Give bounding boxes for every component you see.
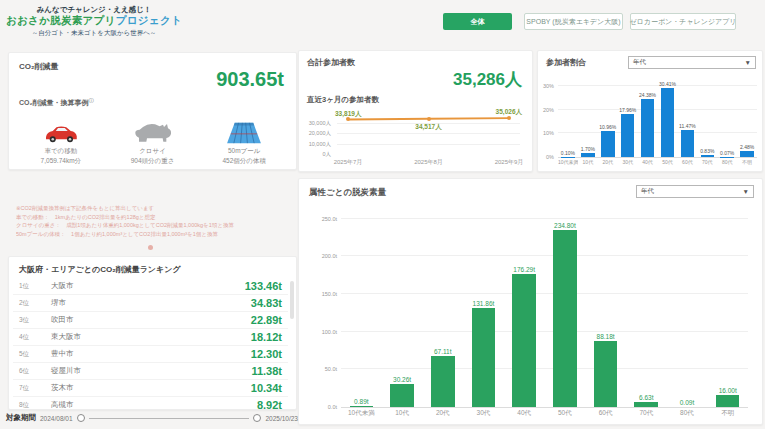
attribute-age-dropdown[interactable]: 年代 ▼ <box>636 185 754 198</box>
bar[interactable] <box>594 341 618 407</box>
bar[interactable] <box>716 395 740 407</box>
x-tick-label: 50代 <box>658 159 678 168</box>
period-slider-track[interactable] <box>89 418 250 419</box>
bar[interactable] <box>701 155 715 157</box>
bar[interactable] <box>601 131 615 157</box>
table-row[interactable]: 4位東大阪市18.12t <box>13 329 288 346</box>
bar-value-label: 0.89t <box>354 398 368 405</box>
ratio-title: 参加者割合 <box>546 57 586 68</box>
bar-slot-70代: 6.63t <box>626 211 667 407</box>
area-cell: 堺市 <box>51 298 251 308</box>
bar[interactable] <box>581 153 595 157</box>
filter-zerocarbon-button[interactable]: ゼロカーボン・チャレンジアプリ <box>630 13 736 30</box>
data-point[interactable] <box>427 117 431 121</box>
period-slider-start-handle[interactable] <box>77 414 85 422</box>
y-tick-label: 20,000人 <box>309 130 331 137</box>
rank-cell: 4位 <box>13 333 51 342</box>
participants-title: 合計参加者数 <box>307 57 355 68</box>
table-row[interactable]: 3位吹田市22.89t <box>13 312 288 329</box>
conversion-footnotes: ※CO2削減量換算例は下記条件をもとに算出しています 車での移動： 1kmあたり… <box>16 204 284 238</box>
period-slider-row: 対象期間 2024/08/01 2025/10/23 <box>6 411 298 425</box>
bar[interactable] <box>512 274 536 407</box>
participants-total-value: 35,286人 <box>453 68 522 91</box>
attribute-age-dropdown-value: 年代 <box>641 187 654 196</box>
value-cell: 12.30t <box>251 348 288 360</box>
value-cell: 34.83t <box>251 297 288 309</box>
attribute-title: 属性ごとの脱炭素量 <box>309 187 386 199</box>
bar[interactable] <box>553 230 577 407</box>
x-tick-label: 40代 <box>638 159 658 168</box>
ranking-table: 1位大阪市133.46t2位堺市34.83t3位吹田市22.89t4位東大阪市1… <box>13 278 288 406</box>
bar-slot-10代未満: 0.10% <box>558 81 578 157</box>
bar-slot-40代: 176.29t <box>504 211 545 407</box>
example-amount: 904頭分の重さ <box>131 156 175 165</box>
bar[interactable] <box>634 402 658 407</box>
footnote-line: 車での移動： 1kmあたりのCO2排出量を約128gと想定 <box>16 213 284 222</box>
x-tick-label: 80代 <box>667 409 708 420</box>
x-tick-label: 20代 <box>422 409 463 420</box>
footnote-line: クロサイの重さ： 成獣1頭あたり体重約1,000kgとしてCO2削減量1,000… <box>16 221 284 230</box>
period-slider-end-handle[interactable] <box>253 414 261 422</box>
example-rhino: クロサイ 904頭分の重さ <box>107 109 199 165</box>
filter-spoby-button[interactable]: SPOBY (脱炭素エキデン大阪) <box>524 13 623 30</box>
attribute-xlabels: 10代未満10代20代30代40代50代60代70代80代不明 <box>341 409 748 420</box>
page-indicator-dot[interactable] <box>148 245 153 250</box>
bar-value-label: 6.63t <box>639 394 653 401</box>
x-tick-label: 10代 <box>382 409 423 420</box>
rank-cell: 6位 <box>13 367 51 376</box>
table-row[interactable]: 2位堺市34.83t <box>13 295 288 312</box>
bar[interactable] <box>350 406 374 407</box>
area-cell: 高槻市 <box>51 400 257 410</box>
bar-value-label: 1.70% <box>581 146 595 152</box>
bar[interactable] <box>681 130 695 157</box>
bar-value-label: 0.09t <box>680 399 694 406</box>
area-cell: 大阪市 <box>51 281 245 291</box>
x-tick-label: 20代 <box>598 159 618 168</box>
bar[interactable] <box>661 88 675 157</box>
x-tick-label: 不明 <box>707 409 748 420</box>
bar[interactable] <box>641 99 655 157</box>
bar-value-label: 30.26t <box>393 376 411 383</box>
filter-all-button[interactable]: 全体 <box>443 13 512 30</box>
value-cell: 133.46t <box>245 280 288 292</box>
table-row[interactable]: 7位茨木市10.34t <box>13 380 288 397</box>
ratio-plot: 0.10%1.70%10.96%17.96%24.38%30.41%11.47%… <box>558 81 757 158</box>
ratio-age-dropdown[interactable]: 年代 ▼ <box>628 56 756 69</box>
car-icon <box>43 118 79 144</box>
bar-value-label: 0.83% <box>700 148 714 154</box>
value-cell: 10.34t <box>251 382 288 394</box>
app-title: おおさか脱炭素アプリプロジェクト <box>4 14 184 28</box>
bar-slot-20代: 67.11t <box>422 211 463 407</box>
bar[interactable] <box>740 151 754 157</box>
footnote-line: ※CO2削減量換算例は下記条件をもとに算出しています <box>16 204 284 213</box>
y-tick-label: 0人 <box>322 151 331 158</box>
ranking-scrollbar[interactable] <box>290 281 294 319</box>
bar[interactable] <box>390 384 414 407</box>
y-tick-label: 30,000人 <box>309 120 331 127</box>
app-title-accent: プロジェクト <box>116 14 182 26</box>
x-tick-label: 80代 <box>717 159 737 168</box>
table-row[interactable]: 1位大阪市133.46t <box>13 278 288 295</box>
value-cell: 18.12t <box>251 331 288 343</box>
bar-slot-不明: 16.00t <box>707 211 748 407</box>
table-row[interactable]: 5位豊中市12.30t <box>13 346 288 363</box>
data-label: 34,517人 <box>415 123 441 132</box>
bar-value-label: 0.07% <box>720 150 734 156</box>
dashboard: みんなでチャレンジ・ええ感じ！ おおさか脱炭素アプリプロジェクト ～自分ゴト・未… <box>0 0 765 429</box>
bar[interactable] <box>472 308 496 407</box>
bar[interactable] <box>431 356 455 407</box>
rank-cell: 2位 <box>13 299 51 308</box>
info-icon[interactable]: ⓘ <box>89 97 94 103</box>
period-end-date: 2025/10/23 <box>265 415 298 422</box>
area-cell: 寝屋川市 <box>51 366 251 376</box>
bar-slot-80代: 0.07% <box>717 81 737 157</box>
x-tick-label: 50代 <box>545 409 586 420</box>
bar-value-label: 16.00t <box>719 387 737 394</box>
x-tick-label: 70代 <box>697 159 717 168</box>
x-tick-label: 70代 <box>626 409 667 420</box>
bar-value-label: 131.86t <box>473 300 495 307</box>
co2-card-title: CO₂削減量 <box>19 61 59 72</box>
table-row[interactable]: 6位寝屋川市11.38t <box>13 363 288 380</box>
bar[interactable] <box>621 114 635 157</box>
area-cell: 茨木市 <box>51 383 251 393</box>
